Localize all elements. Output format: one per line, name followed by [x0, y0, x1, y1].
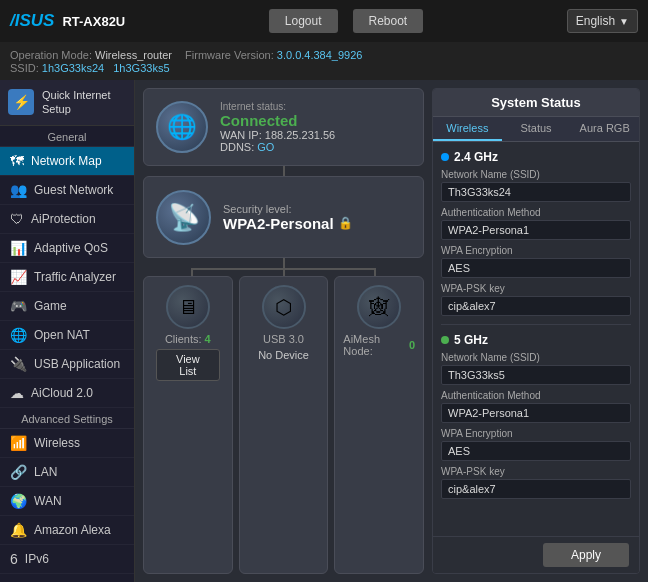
wan-icon: 🌍 [10, 493, 27, 509]
internet-status-value: Connected [220, 112, 335, 129]
clients-label: Clients: [165, 333, 202, 345]
clients-icon: 🖥 [166, 285, 210, 329]
router-box: 📡 Security level: WPA2-Personal 🔒 [143, 176, 424, 258]
sidebar-item-game[interactable]: 🎮 Game [0, 292, 134, 321]
ssid1-link[interactable]: 1h3G33ks24 [42, 62, 104, 74]
sidebar-item-network-map[interactable]: 🗺 Network Map [0, 147, 134, 176]
connector-bottom [143, 258, 424, 276]
enc-5-label: WPA Encryption [441, 428, 631, 439]
ssid-label: SSID: [10, 62, 42, 74]
band-5-label: 5 GHz [454, 333, 488, 347]
sidebar-item-adaptive-qos[interactable]: 📊 Adaptive QoS [0, 234, 134, 263]
amazon-alexa-icon: 🔔 [10, 522, 27, 538]
chevron-down-icon: ▼ [619, 16, 629, 27]
sidebar-item-aiprotection[interactable]: 🛡 AiProtection [0, 205, 134, 234]
view-list-button[interactable]: View List [156, 349, 221, 381]
lan-icon: 🔗 [10, 464, 27, 480]
sidebar: ⚡ Quick InternetSetup General 🗺 Network … [0, 80, 135, 582]
ddns-row: DDNS: GO [220, 141, 335, 153]
model-name: RT-AX82U [62, 14, 125, 29]
logout-button[interactable]: Logout [269, 9, 338, 33]
network-map-icon: 🗺 [10, 153, 24, 169]
sidebar-item-aicloud[interactable]: ☁ AiCloud 2.0 [0, 379, 134, 408]
sidebar-section-advanced: Advanced Settings [0, 408, 134, 429]
status-tabs: Wireless Status Aura RGB [433, 117, 639, 142]
info-bar: Operation Mode: Wireless_router Firmware… [0, 42, 648, 80]
ipv6-icon: 6️ [10, 551, 18, 567]
ddns-link[interactable]: GO [257, 141, 274, 153]
sidebar-label: LAN [34, 465, 57, 479]
sidebar-item-usb-application[interactable]: 🔌 USB Application [0, 350, 134, 379]
clients-label-row: Clients: 4 [165, 333, 211, 345]
open-nat-icon: 🌐 [10, 327, 27, 343]
wan-ip-value: 188.25.231.56 [265, 129, 335, 141]
ssid-5-field[interactable] [441, 365, 631, 385]
sidebar-item-lan[interactable]: 🔗 LAN [0, 458, 134, 487]
sidebar-item-wireless[interactable]: 📶 Wireless [0, 429, 134, 458]
band-24-dot [441, 153, 449, 161]
enc-5-field[interactable] [441, 441, 631, 461]
sidebar-item-traffic-analyzer[interactable]: 📈 Traffic Analyzer [0, 263, 134, 292]
sidebar-label: Open NAT [34, 328, 90, 342]
sidebar-item-ipv6[interactable]: 6️ IPv6 [0, 545, 134, 574]
sidebar-label: USB Application [34, 357, 120, 371]
auth-5-field[interactable] [441, 403, 631, 423]
status-title: System Status [433, 89, 639, 117]
psk-24-field[interactable] [441, 296, 631, 316]
ssid2-link[interactable]: 1h3G33ks5 [113, 62, 169, 74]
auth-5-label: Authentication Method [441, 390, 631, 401]
operation-mode-label: Operation Mode: [10, 49, 95, 61]
auth-24-label: Authentication Method [441, 207, 631, 218]
enc-24-field[interactable] [441, 258, 631, 278]
usb-icon: ⬡ [262, 285, 306, 329]
apply-bar: Apply [433, 536, 639, 573]
firmware-label: Firmware Version: [185, 49, 277, 61]
sidebar-label: Traffic Analyzer [34, 270, 116, 284]
enc-24-label: WPA Encryption [441, 245, 631, 256]
firmware-value: 3.0.0.4.384_9926 [277, 49, 363, 61]
reboot-button[interactable]: Reboot [353, 9, 424, 33]
psk-5-label: WPA-PSK key [441, 466, 631, 477]
sidebar-label: Adaptive QoS [34, 241, 108, 255]
asus-logo: /ISUS RT-AX82U [10, 11, 125, 31]
sidebar-item-amazon-alexa[interactable]: 🔔 Amazon Alexa [0, 516, 134, 545]
internet-box: 🌐 Internet status: Connected WAN IP: 188… [143, 88, 424, 166]
tab-aura-rgb[interactable]: Aura RGB [570, 117, 639, 141]
aimesh-label: AiMesh Node: [343, 333, 406, 357]
quick-setup-icon: ⚡ [8, 89, 34, 115]
tab-wireless[interactable]: Wireless [433, 117, 502, 141]
lock-icon: 🔒 [338, 216, 353, 230]
sidebar-item-guest-network[interactable]: 👥 Guest Network [0, 176, 134, 205]
wireless-icon: 📶 [10, 435, 27, 451]
language-label: English [576, 14, 615, 28]
sidebar-section-general: General [0, 126, 134, 147]
language-selector[interactable]: English ▼ [567, 9, 638, 33]
guest-network-icon: 👥 [10, 182, 27, 198]
tab-status[interactable]: Status [502, 117, 571, 141]
sidebar-label: Game [34, 299, 67, 313]
operation-mode-value: Wireless_router [95, 49, 172, 61]
aimesh-label-row: AiMesh Node: 0 [343, 333, 415, 357]
main-content: 🌐 Internet status: Connected WAN IP: 188… [135, 80, 648, 582]
usb-application-icon: 🔌 [10, 356, 27, 372]
band-5-header: 5 GHz [441, 333, 631, 347]
aimesh-count: 0 [409, 339, 415, 351]
aimesh-box: 🕸 AiMesh Node: 0 [334, 276, 424, 574]
quick-internet-setup[interactable]: ⚡ Quick InternetSetup [0, 80, 134, 126]
apply-button[interactable]: Apply [543, 543, 629, 567]
connector-top [143, 166, 424, 176]
traffic-analyzer-icon: 📈 [10, 269, 27, 285]
system-status-panel: System Status Wireless Status Aura RGB 2… [432, 88, 640, 574]
psk-5-field[interactable] [441, 479, 631, 499]
ssid-24-field[interactable] [441, 182, 631, 202]
sidebar-item-open-nat[interactable]: 🌐 Open NAT [0, 321, 134, 350]
usb-status: No Device [258, 349, 309, 361]
router-info: Security level: WPA2-Personal 🔒 [223, 203, 353, 232]
security-label: Security level: [223, 203, 353, 215]
band-5-dot [441, 336, 449, 344]
sidebar-label: IPv6 [25, 552, 49, 566]
auth-24-field[interactable] [441, 220, 631, 240]
clients-count: 4 [205, 333, 211, 345]
sidebar-item-wan[interactable]: 🌍 WAN [0, 487, 134, 516]
band-24-header: 2.4 GHz [441, 150, 631, 164]
